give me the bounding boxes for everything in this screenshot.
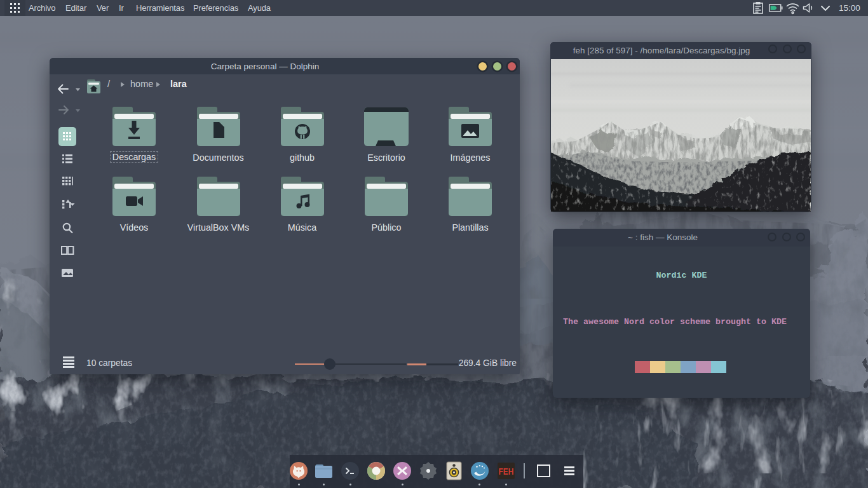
svg-text:FEH: FEH — [499, 466, 514, 477]
